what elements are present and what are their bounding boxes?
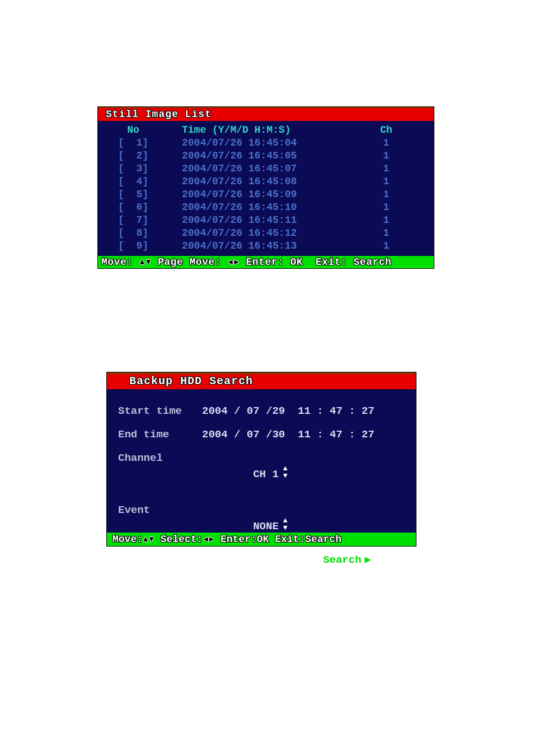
left-arrow-icon: ◀ — [227, 258, 233, 266]
search-label: Search — [323, 554, 361, 566]
list-row[interactable]: [ 9]2004/07/26 16:45:131 — [98, 240, 434, 253]
list-row[interactable]: [ 2]2004/07/26 16:45:051 — [98, 150, 434, 162]
end-time-label: End time — [118, 428, 202, 441]
footer-page-move-label: Page Move: — [152, 256, 228, 268]
channel-field[interactable]: Channel CH 1▲▼ — [118, 452, 405, 493]
row-no: [ 3] — [98, 162, 165, 175]
row-ch: 1 — [344, 201, 428, 214]
row-time: 2004/07/26 16:45:07 — [165, 162, 344, 175]
down-arrow-icon: ▼ — [146, 258, 152, 266]
end-time-value[interactable]: 2004 / 07 /30 11 : 47 : 27 — [202, 428, 374, 441]
list-row[interactable]: [ 1]2004/07/26 16:45:041 — [98, 137, 434, 150]
footer-move-label: Move: — [101, 256, 139, 268]
row-time: 2004/07/26 16:45:09 — [165, 188, 344, 201]
list-row[interactable]: [ 8]2004/07/26 16:45:121 — [98, 227, 434, 240]
still-image-list-panel: Still Image List No Time (Y/M/D H:M:S) C… — [97, 106, 434, 269]
row-no: [ 5] — [98, 188, 165, 201]
footer-select-label: Select: — [154, 534, 203, 545]
row-time: 2004/07/26 16:45:12 — [165, 227, 344, 240]
channel-label: Channel — [118, 452, 202, 493]
header-no: No — [98, 124, 165, 137]
row-ch: 1 — [344, 240, 428, 253]
row-time: 2004/07/26 16:45:11 — [165, 214, 344, 227]
row-time: 2004/07/26 16:45:08 — [165, 175, 344, 188]
footer-exit-label: Exit: Search — [309, 256, 391, 268]
row-no: [ 4] — [98, 175, 165, 188]
row-time: 2004/07/26 16:45:10 — [165, 201, 344, 214]
header-ch: Ch — [344, 124, 428, 137]
row-no: [ 1] — [98, 137, 165, 150]
row-ch: 1 — [344, 214, 428, 227]
row-no: [ 9] — [98, 240, 165, 253]
start-time-value[interactable]: 2004 / 07 /29 11 : 47 : 27 — [202, 405, 374, 417]
right-arrow-icon: ▶ — [209, 535, 214, 543]
play-arrow-icon: ▶ — [362, 554, 371, 566]
header-time: Time (Y/M/D H:M:S) — [165, 124, 344, 137]
start-time-label: Start time — [118, 405, 202, 417]
backup-hdd-search-panel: Backup HDD Search Start time 2004 / 07 /… — [106, 372, 416, 547]
row-ch: 1 — [344, 175, 428, 188]
row-time: 2004/07/26 16:45:04 — [165, 137, 344, 150]
updown-icon: ▲▼ — [279, 517, 288, 531]
down-arrow-icon: ▼ — [148, 535, 154, 543]
row-time: 2004/07/26 16:45:05 — [165, 150, 344, 162]
panel2-footer: Move: ▲ ▼ Select: ◀ ▶ Enter:OK Exit:Sear… — [107, 533, 416, 546]
left-arrow-icon: ◀ — [203, 535, 208, 543]
footer-exit-label: Exit:Search — [269, 534, 341, 545]
list-row[interactable]: [ 6]2004/07/26 16:45:101 — [98, 201, 434, 214]
panel1-footer: Move: ▲ ▼ Page Move: ◀ ▶ Enter: OK Exit:… — [98, 256, 434, 268]
row-no: [ 2] — [98, 150, 165, 162]
up-arrow-icon: ▲ — [143, 535, 148, 543]
row-ch: 1 — [344, 137, 428, 150]
row-ch: 1 — [344, 227, 428, 240]
row-time: 2004/07/26 16:45:13 — [165, 240, 344, 253]
updown-icon: ▲▼ — [279, 465, 288, 479]
list-row[interactable]: [ 7]2004/07/26 16:45:111 — [98, 214, 434, 227]
list-row[interactable]: [ 3]2004/07/26 16:45:071 — [98, 162, 434, 175]
footer-enter-label: Enter:OK — [214, 534, 269, 545]
list-row[interactable]: [ 5]2004/07/26 16:45:091 — [98, 188, 434, 201]
panel-title: Backup HDD Search — [107, 372, 416, 389]
footer-move-label: Move: — [113, 534, 143, 545]
list-row[interactable]: [ 4]2004/07/26 16:45:081 — [98, 175, 434, 188]
row-no: [ 8] — [98, 227, 165, 240]
list-header-row: No Time (Y/M/D H:M:S) Ch — [98, 124, 434, 137]
channel-value[interactable]: CH 1▲▼ — [202, 452, 288, 493]
row-ch: 1 — [344, 150, 428, 162]
footer-enter-label: Enter: OK — [240, 256, 309, 268]
row-no: [ 7] — [98, 214, 165, 227]
start-time-field[interactable]: Start time 2004 / 07 /29 11 : 47 : 27 — [118, 405, 405, 417]
row-ch: 1 — [344, 188, 428, 201]
row-ch: 1 — [344, 162, 428, 175]
list-body: No Time (Y/M/D H:M:S) Ch [ 1]2004/07/26 … — [98, 121, 434, 253]
panel-title: Still Image List — [98, 107, 434, 121]
right-arrow-icon: ▶ — [233, 258, 240, 266]
up-arrow-icon: ▲ — [139, 258, 146, 266]
row-no: [ 6] — [98, 201, 165, 214]
end-time-field[interactable]: End time 2004 / 07 /30 11 : 47 : 27 — [118, 428, 405, 441]
search-button[interactable]: Search▶ — [118, 553, 405, 566]
